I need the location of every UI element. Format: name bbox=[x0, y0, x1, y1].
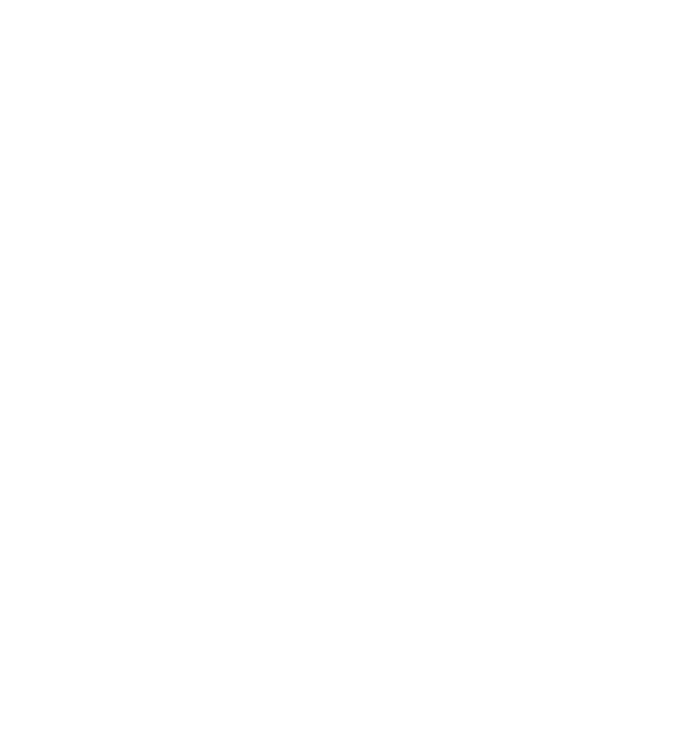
org-chart bbox=[0, 0, 680, 750]
